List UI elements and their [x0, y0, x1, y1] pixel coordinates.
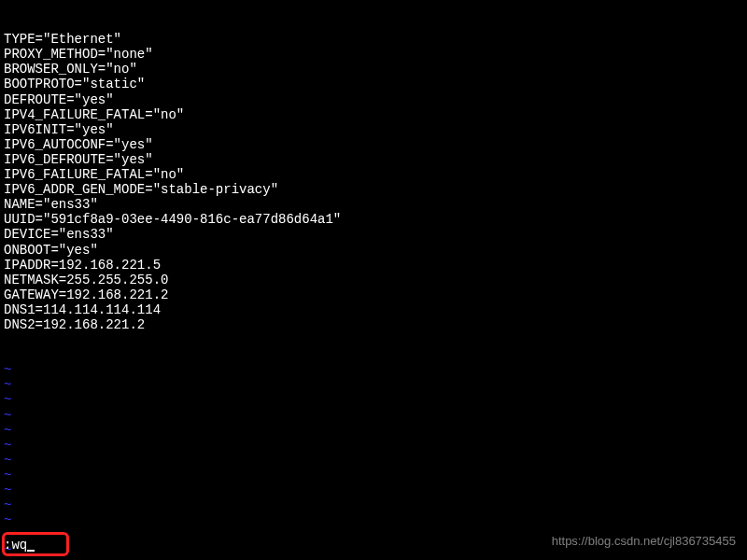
vim-tilde-line: ~ — [4, 438, 743, 453]
config-line: NAME="ens33" — [4, 197, 743, 212]
watermark-text: https://blog.csdn.net/cjl836735455 — [552, 535, 736, 549]
vim-command-line[interactable]: :wq — [4, 538, 35, 553]
config-line: DEFROUTE="yes" — [4, 92, 743, 107]
config-line: BROWSER_ONLY="no" — [4, 62, 743, 77]
vim-tilde-line: ~ — [4, 512, 743, 527]
vim-tilde-line: ~ — [4, 423, 743, 438]
config-file-content: TYPE="Ethernet"PROXY_METHOD="none"BROWSE… — [4, 32, 743, 332]
config-line: IPV4_FAILURE_FATAL="no" — [4, 107, 743, 122]
config-line: PROXY_METHOD="none" — [4, 47, 743, 62]
vim-tilde-line: ~ — [4, 468, 743, 483]
config-line: ONBOOT="yes" — [4, 243, 743, 258]
vim-tilde-line: ~ — [4, 453, 743, 468]
vim-tilde-line: ~ — [4, 362, 743, 377]
vim-tilde-line: ~ — [4, 408, 743, 423]
command-text: wq — [11, 538, 27, 553]
terminal-screen[interactable]: TYPE="Ethernet"PROXY_METHOD="none"BROWSE… — [0, 0, 747, 560]
vim-tilde-line: ~ — [4, 497, 743, 512]
config-line: TYPE="Ethernet" — [4, 32, 743, 47]
vim-tilde-line: ~ — [4, 483, 743, 497]
vim-empty-lines: ~~~~~~~~~~~~~~ — [4, 362, 743, 560]
cursor-icon — [27, 550, 35, 552]
config-line: IPV6_FAILURE_FATAL="no" — [4, 167, 743, 182]
vim-tilde-line: ~ — [4, 377, 743, 392]
config-line: BOOTPROTO="static" — [4, 77, 743, 91]
config-line: DEVICE="ens33" — [4, 227, 743, 242]
config-line: DNS1=114.114.114.114 — [4, 302, 743, 317]
config-line: NETMASK=255.255.255.0 — [4, 273, 743, 287]
config-line: GATEWAY=192.168.221.2 — [4, 287, 743, 302]
config-line: IPV6_DEFROUTE="yes" — [4, 152, 743, 167]
vim-tilde-line: ~ — [4, 392, 743, 407]
config-line: UUID="591cf8a9-03ee-4490-816c-ea77d86d64… — [4, 212, 743, 227]
config-line: IPV6_AUTOCONF="yes" — [4, 137, 743, 152]
config-line: IPV6_ADDR_GEN_MODE="stable-privacy" — [4, 182, 743, 197]
config-line: IPADDR=192.168.221.5 — [4, 258, 743, 273]
config-line: DNS2=192.168.221.2 — [4, 317, 743, 332]
config-line: IPV6INIT="yes" — [4, 122, 743, 137]
